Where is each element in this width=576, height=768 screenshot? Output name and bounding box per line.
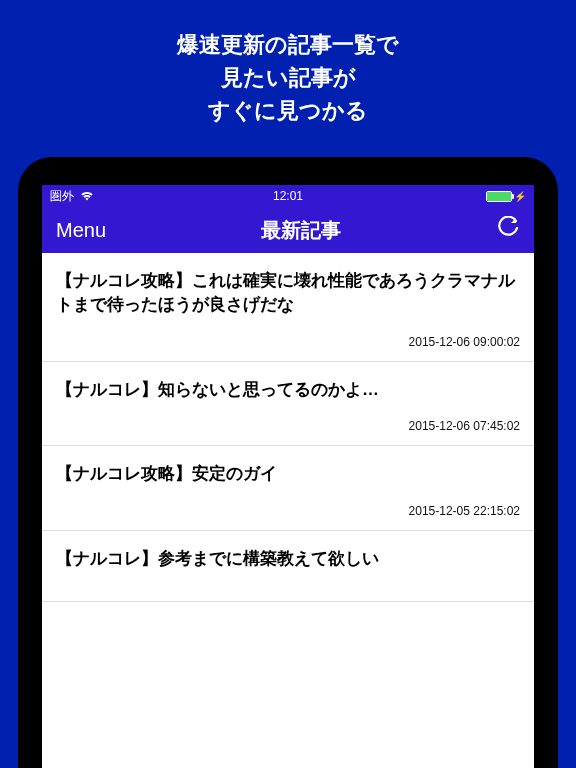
article-timestamp: 2015-12-05 22:15:02 <box>56 504 520 522</box>
article-title: 【ナルコレ】参考までに構築教えて欲しい <box>56 547 520 571</box>
nav-title: 最新記事 <box>261 217 341 244</box>
promo-line-2: 見たい記事が <box>20 61 556 94</box>
carrier-label: 圏外 <box>50 188 74 205</box>
promo-line-1: 爆速更新の記事一覧で <box>20 28 556 61</box>
list-item[interactable]: 【ナルコレ】知らないと思ってるのかよ… 2015-12-06 07:45:02 <box>42 362 534 447</box>
article-list[interactable]: 【ナルコレ攻略】これは確実に壊れ性能であろうクラマナルトまで待ったほうが良さげだ… <box>42 253 534 602</box>
article-title: 【ナルコレ攻略】これは確実に壊れ性能であろうクラマナルトまで待ったほうが良さげだ… <box>56 269 520 317</box>
status-left: 圏外 <box>50 188 94 205</box>
wifi-icon <box>80 189 94 204</box>
list-item[interactable]: 【ナルコレ攻略】安定のガイ 2015-12-05 22:15:02 <box>42 446 534 531</box>
article-timestamp <box>56 589 520 593</box>
promo-heading: 爆速更新の記事一覧で 見たい記事が すぐに見つかる <box>0 0 576 157</box>
status-right: ⚡ <box>482 191 526 202</box>
nav-bar: Menu 最新記事 <box>42 207 534 253</box>
charging-icon: ⚡ <box>514 191 526 202</box>
refresh-icon <box>496 226 520 243</box>
tablet-frame: 圏外 12:01 ⚡ Menu 最新記事 <box>18 157 558 768</box>
refresh-button[interactable] <box>496 216 520 244</box>
article-timestamp: 2015-12-06 07:45:02 <box>56 419 520 437</box>
promo-line-3: すぐに見つかる <box>20 94 556 127</box>
status-bar: 圏外 12:01 ⚡ <box>42 185 534 207</box>
article-timestamp: 2015-12-06 09:00:02 <box>56 335 520 353</box>
tablet-screen: 圏外 12:01 ⚡ Menu 最新記事 <box>42 185 534 768</box>
status-time: 12:01 <box>273 189 303 203</box>
article-title: 【ナルコレ】知らないと思ってるのかよ… <box>56 378 520 402</box>
article-title: 【ナルコレ攻略】安定のガイ <box>56 462 520 486</box>
list-item[interactable]: 【ナルコレ】参考までに構築教えて欲しい <box>42 531 534 602</box>
list-item[interactable]: 【ナルコレ攻略】これは確実に壊れ性能であろうクラマナルトまで待ったほうが良さげだ… <box>42 253 534 362</box>
battery-icon <box>486 191 512 202</box>
menu-button[interactable]: Menu <box>56 219 106 242</box>
